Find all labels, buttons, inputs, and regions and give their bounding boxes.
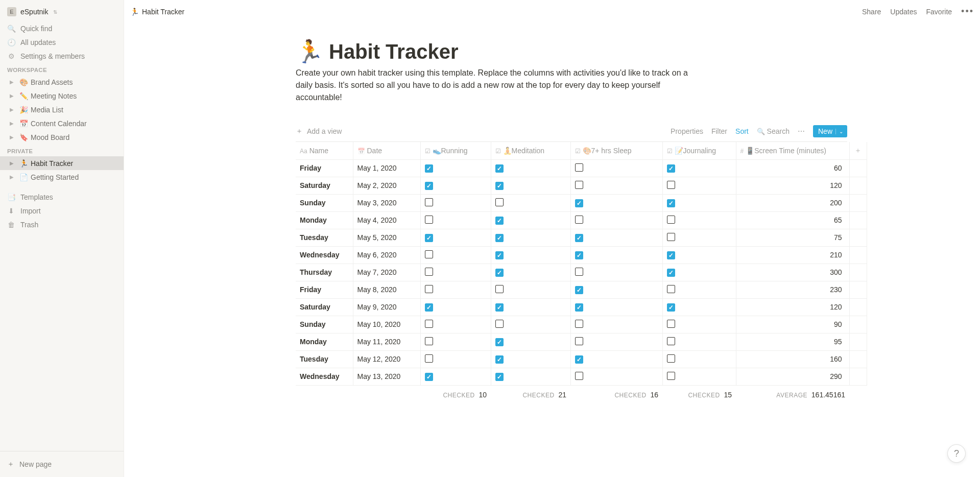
table-row[interactable]: TuesdayMay 5, 202075	[296, 229, 867, 246]
table-row[interactable]: SaturdayMay 2, 2020120	[296, 177, 867, 194]
running-checkbox[interactable]	[425, 198, 433, 206]
chevron-right-icon[interactable]: ▶	[7, 174, 16, 180]
table-row[interactable]: MondayMay 4, 202065	[296, 211, 867, 229]
footer-journaling[interactable]: CHECKED 15	[662, 385, 736, 402]
journaling-checkbox[interactable]	[667, 337, 675, 345]
page-item-habit-tracker[interactable]: ▶🏃Habit Tracker	[0, 156, 124, 170]
db-search[interactable]: 🔍 Search	[757, 127, 790, 135]
column-header-running[interactable]: ☑👟Running	[420, 142, 491, 159]
cell-screen-time[interactable]: 200	[736, 194, 849, 211]
table-row[interactable]: WednesdayMay 13, 2020290	[296, 368, 867, 385]
chevron-right-icon[interactable]: ▶	[7, 79, 16, 85]
cell-name[interactable]: Monday	[296, 211, 353, 229]
sidebar-item-settings-members[interactable]: ⚙Settings & members	[0, 49, 124, 63]
running-checkbox[interactable]	[425, 250, 433, 258]
page-description[interactable]: Create your own habit tracker using this…	[296, 67, 702, 104]
cell-name[interactable]: Wednesday	[296, 246, 353, 264]
meditation-checkbox[interactable]	[495, 355, 504, 364]
table-row[interactable]: TuesdayMay 12, 2020160	[296, 350, 867, 368]
chevron-right-icon[interactable]: ▶	[7, 160, 16, 166]
page-emoji[interactable]: 🏃	[296, 38, 324, 65]
cell-date[interactable]: May 13, 2020	[353, 368, 420, 385]
table-row[interactable]: ThursdayMay 7, 2020300	[296, 264, 867, 281]
running-checkbox[interactable]	[425, 337, 433, 345]
sleep-checkbox[interactable]	[575, 268, 583, 276]
meditation-checkbox[interactable]	[495, 373, 504, 381]
cell-screen-time[interactable]: 210	[736, 246, 849, 264]
topbar-updates[interactable]: Updates	[890, 8, 917, 16]
cell-name[interactable]: Sunday	[296, 316, 353, 333]
cell-screen-time[interactable]: 160	[736, 350, 849, 368]
chevron-down-icon[interactable]: ⌄	[835, 129, 843, 134]
running-checkbox[interactable]	[425, 182, 433, 190]
sleep-checkbox[interactable]	[575, 355, 583, 364]
running-checkbox[interactable]	[425, 216, 433, 224]
sleep-checkbox[interactable]	[575, 216, 583, 224]
workspace-switcher[interactable]: E eSputnik ⇅	[0, 5, 124, 21]
meditation-checkbox[interactable]	[495, 164, 504, 173]
running-checkbox[interactable]	[425, 354, 433, 363]
db-more-icon[interactable]: ⋯	[798, 127, 805, 135]
meditation-checkbox[interactable]	[495, 198, 504, 206]
db-sort[interactable]: Sort	[735, 127, 749, 135]
running-checkbox[interactable]	[425, 164, 433, 173]
page-item-mood-board[interactable]: ▶🔖Mood Board	[0, 130, 124, 144]
add-view-button[interactable]: ＋ Add a view	[296, 127, 342, 136]
chevron-right-icon[interactable]: ▶	[7, 93, 16, 99]
cell-name[interactable]: Friday	[296, 159, 353, 177]
sleep-checkbox[interactable]	[575, 320, 583, 328]
cell-date[interactable]: May 1, 2020	[353, 159, 420, 177]
journaling-checkbox[interactable]	[667, 285, 675, 293]
cell-date[interactable]: May 12, 2020	[353, 350, 420, 368]
cell-screen-time[interactable]: 95	[736, 333, 849, 350]
sleep-checkbox[interactable]	[575, 181, 583, 189]
meditation-checkbox[interactable]	[495, 234, 504, 242]
page-item-meeting-notes[interactable]: ▶✏️Meeting Notes	[0, 89, 124, 103]
table-row[interactable]: SundayMay 10, 202090	[296, 316, 867, 333]
cell-screen-time[interactable]: 120	[736, 298, 849, 316]
cell-date[interactable]: May 11, 2020	[353, 333, 420, 350]
journaling-checkbox[interactable]	[667, 181, 675, 189]
topbar-favorite[interactable]: Favorite	[926, 8, 952, 16]
column-header-screen-time-minutes-[interactable]: #📱Screen Time (minutes)	[736, 142, 849, 159]
new-page-button[interactable]: ＋ New page	[0, 455, 124, 474]
cell-screen-time[interactable]: 230	[736, 281, 849, 298]
journaling-checkbox[interactable]	[667, 251, 675, 259]
table-row[interactable]: MondayMay 11, 202095	[296, 333, 867, 350]
cell-date[interactable]: May 9, 2020	[353, 298, 420, 316]
sleep-checkbox[interactable]	[575, 286, 583, 294]
sleep-checkbox[interactable]	[575, 372, 583, 380]
running-checkbox[interactable]	[425, 285, 433, 293]
running-checkbox[interactable]	[425, 268, 433, 276]
cell-date[interactable]: May 10, 2020	[353, 316, 420, 333]
page-title[interactable]: Habit Tracker	[329, 40, 458, 63]
journaling-checkbox[interactable]	[667, 233, 675, 241]
meditation-checkbox[interactable]	[495, 269, 504, 277]
page-item-content-calendar[interactable]: ▶📅Content Calendar	[0, 116, 124, 130]
sleep-checkbox[interactable]	[575, 234, 583, 242]
column-header-date[interactable]: 📅Date	[353, 142, 420, 159]
sleep-checkbox[interactable]	[575, 163, 583, 172]
cell-screen-time[interactable]: 90	[736, 316, 849, 333]
sidebar-item-all-updates[interactable]: 🕘All updates	[0, 35, 124, 49]
more-icon[interactable]: •••	[961, 6, 974, 17]
column-header-add[interactable]: ＋	[849, 142, 867, 159]
meditation-checkbox[interactable]	[495, 251, 504, 259]
table-row[interactable]: SaturdayMay 9, 2020120	[296, 298, 867, 316]
chevron-right-icon[interactable]: ▶	[7, 107, 16, 112]
cell-name[interactable]: Tuesday	[296, 229, 353, 246]
cell-name[interactable]: Tuesday	[296, 350, 353, 368]
cell-name[interactable]: Saturday	[296, 298, 353, 316]
cell-screen-time[interactable]: 65	[736, 211, 849, 229]
cell-name[interactable]: Friday	[296, 281, 353, 298]
cell-name[interactable]: Saturday	[296, 177, 353, 194]
table-row[interactable]: FridayMay 1, 202060	[296, 159, 867, 177]
journaling-checkbox[interactable]	[667, 216, 675, 224]
meditation-checkbox[interactable]	[495, 303, 504, 312]
column-header-journaling[interactable]: ☑📝Journaling	[662, 142, 736, 159]
table-row[interactable]: WednesdayMay 6, 2020210	[296, 246, 867, 264]
topbar-share[interactable]: Share	[862, 8, 881, 16]
cell-screen-time[interactable]: 120	[736, 177, 849, 194]
sleep-checkbox[interactable]	[575, 303, 583, 312]
cell-date[interactable]: May 8, 2020	[353, 281, 420, 298]
